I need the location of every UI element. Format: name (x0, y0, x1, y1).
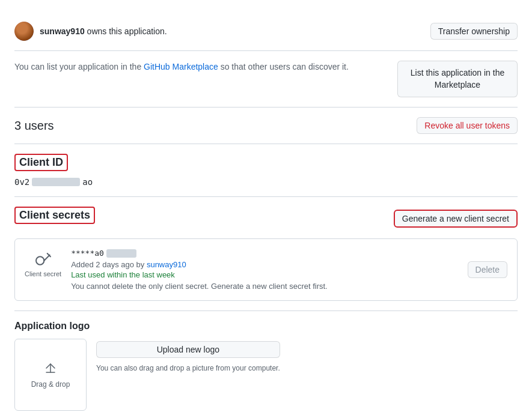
revoke-all-tokens-button[interactable]: Revoke all user tokens (417, 117, 518, 134)
app-logo-title: Application logo (14, 321, 518, 332)
svg-point-0 (36, 257, 44, 265)
owner-username: sunway910 (40, 26, 85, 36)
secret-info: *****a0 blurred Added 2 days ago by sunw… (71, 249, 457, 291)
upload-hint: You can also drag and drop a picture fro… (96, 364, 280, 372)
upload-area: Upload new logo You can also drag and dr… (96, 339, 280, 372)
marketplace-description: You can list your application in the Git… (14, 61, 385, 73)
hint-text: You can also drag and drop a picture fro… (96, 364, 280, 372)
secret-added: Added 2 days ago by sunway910 (71, 260, 457, 269)
secrets-header: Client secrets Generate a new client sec… (14, 207, 518, 230)
upload-logo-button[interactable]: Upload new logo (96, 341, 280, 358)
owner-row: sunway910 owns this application. Transfe… (14, 12, 518, 51)
list-marketplace-button[interactable]: List this application in theMarketplace (397, 61, 518, 97)
client-secrets-section: Client secrets Generate a new client sec… (14, 197, 518, 311)
client-id-value: 0v2 blurred ao (14, 177, 518, 187)
warning-text: You cannot delete the only client secret… (71, 282, 328, 291)
client-id-title: Client ID (14, 154, 68, 171)
users-count: 3 users (14, 119, 54, 133)
secret-used: Last used within the last week (71, 270, 457, 279)
client-id-prefix: 0v2 (14, 177, 29, 187)
key-icon (34, 249, 53, 268)
owner-text: sunway910 owns this application. (40, 26, 167, 36)
app-logo-section: Application logo Drag & drop Upload new … (14, 311, 518, 415)
client-secrets-title: Client secrets (14, 207, 95, 224)
marketplace-section: You can list your application in the Git… (14, 51, 518, 108)
secret-warning: You cannot delete the only client secret… (71, 282, 457, 291)
added-text: Added 2 days ago by (71, 260, 147, 269)
client-id-suffix: ao (82, 177, 93, 187)
added-by-link[interactable]: sunway910 (147, 260, 186, 269)
client-id-section: Client ID 0v2 blurred ao (14, 144, 518, 197)
generate-secret-button[interactable]: Generate a new client secret (394, 210, 518, 228)
client-id-blurred: blurred (32, 178, 80, 186)
logo-area: Drag & drop Upload new logo You can also… (14, 339, 518, 411)
github-marketplace-link[interactable]: GitHub Marketplace (144, 62, 218, 71)
secret-hash: *****a0 blurred (71, 249, 457, 258)
owner-info: sunway910 owns this application. (14, 22, 167, 41)
marketplace-text-after: so that other users can discover it. (218, 62, 349, 71)
delete-secret-button[interactable]: Delete (468, 261, 507, 278)
secret-prefix: *****a0 (71, 249, 104, 258)
avatar (14, 22, 34, 41)
client-secret-label: Client secret (25, 270, 61, 277)
owns-text: owns this application. (85, 26, 167, 36)
logo-placeholder: Drag & drop (14, 339, 87, 411)
secret-card: Client secret *****a0 blurred Added 2 da… (14, 238, 518, 301)
drag-drop-label: Drag & drop (31, 380, 70, 389)
key-icon-wrapper: Client secret (25, 249, 61, 277)
secret-blurred: blurred (106, 249, 136, 258)
transfer-ownership-button[interactable]: Transfer ownership (430, 23, 518, 40)
upload-arrow-icon (43, 361, 58, 375)
marketplace-text-before: You can list your application in the (14, 62, 144, 71)
users-section: 3 users Revoke all user tokens (14, 108, 518, 144)
